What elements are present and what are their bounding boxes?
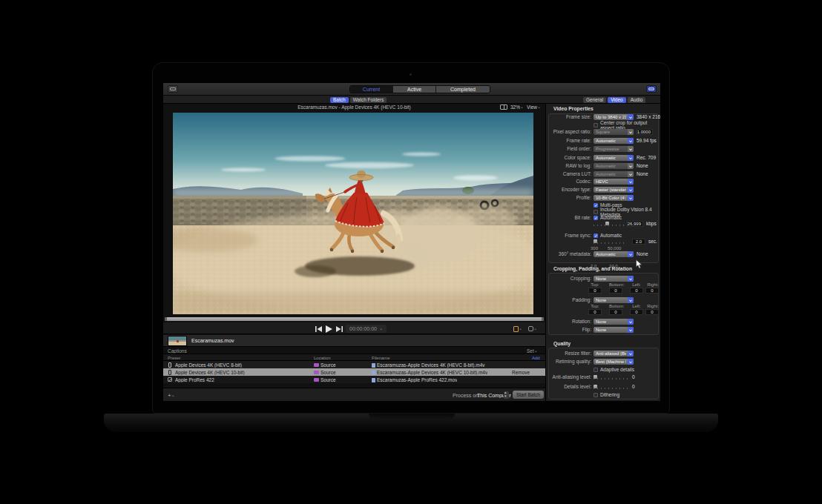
center-crop-checkbox[interactable]	[594, 123, 598, 127]
tab-watch-folders[interactable]: Watch Folders	[350, 97, 387, 103]
process-on-stepper[interactable]	[504, 391, 509, 399]
preview-pane: Escaramuzas.mov - Apple Devices 4K (HEVC…	[163, 104, 545, 401]
profile-dropdown[interactable]: 10-Bit Color (4:2:0)	[594, 195, 634, 201]
output-row[interactable]: Apple ProRes 422 Source Escaramuzas-Appl…	[163, 376, 545, 383]
filename-cell: Escaramuzas-Apple ProRes 422.mov	[372, 377, 457, 382]
resize-filter-dropdown[interactable]: Anti-aliased (Best)	[594, 351, 634, 357]
video-frame-art	[173, 113, 533, 314]
desktop: Current Active Completed Batch Watch Fol…	[0, 0, 822, 504]
slider-thumb[interactable]	[594, 239, 597, 244]
add-job-button[interactable]: +	[168, 392, 175, 399]
slider-thumb[interactable]	[594, 375, 597, 379]
pad-top-field[interactable]: 0	[588, 309, 602, 315]
field-order-dropdown[interactable]: Progressive	[594, 146, 634, 152]
profile-label: Profile:	[548, 195, 591, 200]
rotation-dropdown[interactable]: None	[594, 319, 634, 325]
chevron-down-icon	[534, 348, 538, 354]
camera-lut-value: None	[637, 171, 648, 176]
output-row-selected[interactable]: Apple Devices 4K (HEVC 10-bit) Source Es…	[163, 368, 545, 376]
inspector-tab-general[interactable]: General	[583, 97, 606, 103]
dolby-vision-checkbox[interactable]	[594, 210, 598, 214]
inspector-icon	[648, 87, 654, 90]
encoder-type-dropdown[interactable]: Faster (standard qua…	[594, 187, 634, 193]
inspector-toggle-button[interactable]	[646, 85, 657, 93]
padding-dropdown[interactable]: None	[594, 297, 634, 303]
crop-left-field[interactable]: 0	[630, 288, 643, 294]
zoom-level-dropdown[interactable]: 32%	[510, 105, 524, 110]
batch-item-header[interactable]: Escaramuzas.mov	[163, 335, 545, 347]
adaptive-details-label: Adaptive details	[600, 367, 634, 372]
column-location: Location	[314, 356, 331, 360]
add-output-link[interactable]: Add	[532, 356, 540, 360]
timeline-scrubber[interactable]	[165, 317, 544, 321]
next-frame-button[interactable]	[335, 325, 343, 332]
anti-aliasing-value: 0	[632, 374, 635, 379]
location-cell: Source	[314, 377, 336, 382]
tab-batch[interactable]: Batch	[330, 97, 349, 103]
bit-rate-field[interactable]: 26,999	[627, 221, 643, 227]
flip-dropdown[interactable]: None	[594, 327, 634, 333]
raw-to-log-dropdown[interactable]: Automatic	[594, 163, 634, 169]
split-view-icon[interactable]	[500, 105, 507, 110]
previous-frame-button[interactable]	[314, 325, 323, 332]
pixel-aspect-dropdown[interactable]: Square	[594, 129, 634, 135]
tab-active[interactable]: Active	[393, 86, 436, 93]
pad-right-field[interactable]: 0	[645, 309, 659, 315]
cropping-dropdown[interactable]: None	[594, 276, 634, 282]
crop-left-label: Left:	[630, 282, 643, 287]
crop-right-field[interactable]: 0	[645, 288, 659, 294]
video-preview	[173, 113, 533, 314]
sidebar-toggle-button[interactable]	[168, 85, 178, 93]
crop-top-field[interactable]: 0	[588, 288, 602, 294]
transport-bar: 00:00:00:00	[163, 322, 545, 334]
frame-size-value: 3840 x 2160 px	[637, 114, 660, 119]
frame-rate-dropdown[interactable]: Automatic	[594, 138, 634, 144]
tab-current[interactable]: Current	[350, 86, 393, 93]
camera-lut-dropdown[interactable]: Automatic	[594, 171, 634, 177]
frame-sync-field[interactable]: 2.0	[632, 239, 645, 245]
captions-set-dropdown[interactable]: Set	[527, 348, 538, 354]
section-video-properties: Video Properties	[553, 106, 594, 111]
timecode-display[interactable]: 00:00:00:00	[346, 325, 387, 333]
filename-cell: Escaramuzas-Apple Devices 4K (HEVC 10-bi…	[372, 370, 487, 375]
adaptive-details-checkbox[interactable]	[594, 368, 598, 372]
output-row[interactable]: Apple Devices 4K (HEVC 8-bit) Source Esc…	[163, 361, 545, 368]
codec-label: Codec:	[548, 179, 591, 184]
slider-thumb[interactable]	[605, 222, 609, 226]
folder-icon	[314, 363, 319, 367]
play-button[interactable]	[324, 325, 333, 332]
metadata-360-dropdown[interactable]: Automatic	[594, 251, 634, 257]
tab-completed[interactable]: Completed	[436, 86, 490, 93]
crop-bottom-field[interactable]: 0	[609, 288, 622, 294]
marker-button[interactable]	[513, 325, 522, 332]
anti-aliasing-slider[interactable]	[594, 374, 629, 379]
start-batch-button[interactable]: Start Batch	[513, 391, 544, 399]
retiming-quality-label: Retiming quality:	[548, 359, 591, 364]
frame-sync-slider[interactable]	[594, 239, 625, 244]
scrub-handle-right[interactable]	[542, 317, 544, 321]
frame-sync-auto-checkbox[interactable]	[594, 233, 598, 238]
remove-output-link[interactable]: Remove	[512, 370, 530, 375]
pixel-aspect-field[interactable]: 1.0000	[637, 129, 653, 135]
caption-overlay-button[interactable]	[528, 325, 537, 332]
slider-thumb[interactable]	[594, 385, 597, 389]
scrub-handle-left[interactable]	[165, 317, 167, 321]
preset-name: Apple ProRes 422	[175, 377, 214, 382]
details-level-slider[interactable]	[594, 384, 629, 389]
color-space-label: Color space:	[548, 155, 591, 160]
raw-to-log-label: RAW to log:	[548, 163, 591, 168]
frame-size-dropdown[interactable]: Up to 3840 x 2160	[594, 114, 634, 120]
inspector-tab-video[interactable]: Video	[608, 97, 626, 103]
codec-dropdown[interactable]: HEVC	[594, 179, 634, 185]
pad-left-field[interactable]: 0	[630, 309, 643, 315]
bit-rate-slider[interactable]	[594, 221, 625, 226]
inspector-tab-audio[interactable]: Audio	[628, 97, 646, 103]
pad-bottom-field[interactable]: 0	[609, 309, 622, 315]
color-space-dropdown[interactable]: Automatic	[594, 155, 634, 161]
bit-rate-auto-checkbox[interactable]	[594, 216, 598, 220]
dithering-checkbox[interactable]	[594, 393, 598, 397]
retiming-quality-dropdown[interactable]: Best (Machine Learni…	[594, 359, 634, 365]
view-dropdown[interactable]: View	[527, 105, 541, 110]
captions-row[interactable]: Captions Set	[163, 347, 545, 354]
chevron-down-icon	[533, 326, 537, 331]
